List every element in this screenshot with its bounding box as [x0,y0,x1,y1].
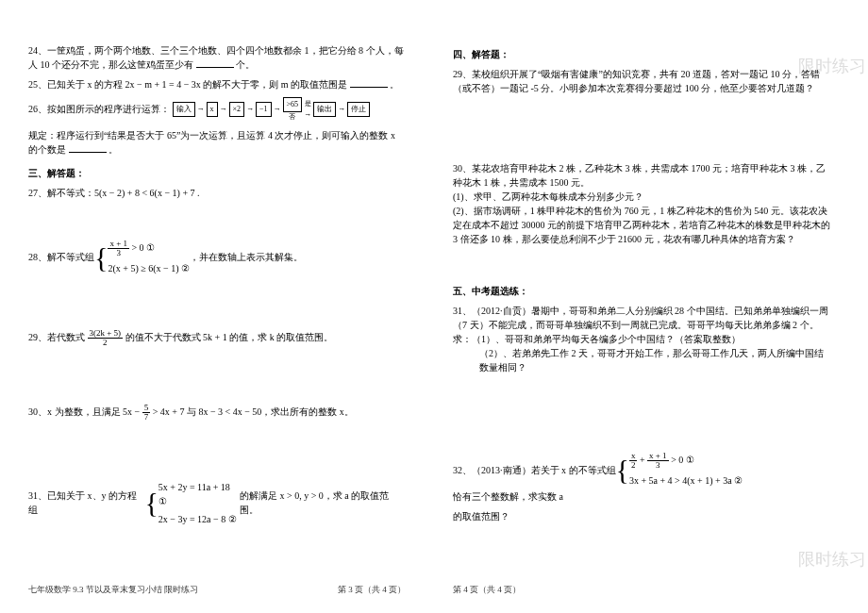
arrow-icon: → [246,104,254,115]
sys32-row1-rest: > 0 ① [671,455,694,465]
frac-32b: x + 1 3 [647,452,669,470]
q25-end: 。 [390,79,399,90]
frac-den: 2 [101,339,109,347]
q25-blank [350,77,388,88]
question-29: 29、若代数式 3(2k + 5) 2 的值不大于代数式 5k + 1 的值，求… [28,329,406,347]
q30r-b: (1)、求甲、乙两种花木每株成本分别多少元？ [453,190,830,204]
section-5-title: 五、中考题选练： [453,284,830,298]
q31r-a: 31、（2012·自贡）暑期中，哥哥和弟弟二人分别编织 28 个中国结。已知弟弟… [453,304,830,332]
frac-32a: x 2 [629,452,638,470]
flow-mul: ×2 [229,102,245,117]
sys31-row1: 5x + 2y = 11a + 18 ① [159,480,240,508]
flowchart: 输入 → x → ×2 → −1 → >65 否 是 → 输出 → 停止 [173,97,371,123]
frac-28-1: x + 1 3 [108,240,129,257]
question-32: 32、（2013·南通）若关于 x 的不等式组 { x 2 + x + 1 3 … [453,450,830,504]
flow-output: 输出 [313,102,336,117]
q30-text-a: 30、x 为整数，且满足 5x − [28,406,140,416]
question-30: 30、x 为整数，且满足 5x − 5 7 > 4x + 7 与 8x − 3 … [28,404,406,422]
frac-den: 2 [629,461,638,470]
section-3-title: 三、解答题： [28,166,406,180]
q32-text-b: 恰有三个整数解，求实数 a [453,489,563,504]
frac-29: 3(2k + 5) 2 [88,329,124,347]
question-29r: 29、某校组织开展了“吸烟有害健康”的知识竞赛，共有 20 道题，答对一题记 1… [453,67,830,95]
sys28-row2: 2(x + 5) ≥ 6(x − 1) ② [108,261,190,275]
q28-text-b: ，并在数轴上表示其解集。 [190,250,303,264]
sys31-row2: 2x − 3y = 12a − 8 ② [159,512,240,526]
frac-30: 5 7 [142,404,151,422]
flow-no: 否 [289,112,295,123]
q25-text: 25、已知关于 x 的方程 2x − m + 1 = 4 − 3x 的解不大于零… [28,79,347,90]
q32-text-c: 的取值范围？ [453,509,830,523]
brace-icon: { [616,450,629,489]
question-26b: 规定：程序运行到“结果是否大于 65”为一次运算，且运算 4 次才停止，则可输入… [28,128,406,157]
sys32-row1: x 2 + x + 1 3 > 0 ① [629,452,743,470]
flow-sub: −1 [256,102,272,117]
frac-num: 3(2k + 5) [88,329,124,339]
frac-num: 5 [142,404,151,413]
section-4-title: 四、解答题： [453,47,830,61]
sys28-row1: x + 1 3 > 0 ① [108,240,190,257]
system-28: { x + 1 3 > 0 ① 2(x + 5) ≥ 6(x − 1) ② [94,238,190,277]
q24-blank [196,58,234,68]
flow-input: 输入 [173,102,195,117]
frac-den: 3 [654,461,662,470]
arrow-icon: → [220,104,227,115]
arrow-icon: → [197,104,205,115]
question-27: 27、解不等式：5(x − 2) + 8 < 6(x − 1) + 7 . [28,186,406,200]
question-24: 24、一筐鸡蛋，两个两个地数、三个三个地数、四个四个地数都余 1，把它分给 8 … [28,43,406,72]
plus: + [640,455,645,465]
frac-den: 7 [142,413,151,422]
flow-yes: 是 [305,99,311,109]
q29-text-a: 29、若代数式 [28,331,85,341]
flow-compare: >65 [283,97,303,112]
q24-unit: 个。 [236,59,255,70]
q32-text-a: 32、（2013·南通）若关于 x 的不等式组 [453,463,616,477]
q26-text-a: 26、按如图所示的程序进行运算： [28,104,170,114]
page-4: 四、解答题： 29、某校组织开展了“吸烟有害健康”的知识竞赛，共有 20 道题，… [434,0,849,613]
system-32: { x 2 + x + 1 3 > 0 ① 3x + 5a + 4 > 4 [616,450,743,489]
footer-page: 第 4 页（共 4 页） [453,584,521,596]
footer-left-page: 七年级数学 9.3 节以及章末复习小结 限时练习 第 3 页（共 4 页） [28,584,406,596]
arrow-icon: → [304,109,311,121]
q31-text-a: 31、已知关于 x、y 的方程组 [28,489,144,517]
page-3: 24、一筐鸡蛋，两个两个地数、三个三个地数、四个四个地数都余 1，把它分给 8 … [9,0,425,613]
question-26: 26、按如图所示的程序进行运算： 输入 → x → ×2 → −1 → >65 … [28,97,406,123]
q31r-c: （2）、若弟弟先工作 2 天，哥哥才开始工作，那么哥哥工作几天，两人所编中国结数… [453,346,830,374]
question-31r: 31、（2012·自贡）暑期中，哥哥和弟弟二人分别编织 28 个中国结。已知弟弟… [453,304,830,374]
arrow-icon: → [338,104,345,115]
q28-text-a: 28、解不等式组 [28,250,94,264]
q29-text-b: 的值不大于代数式 5k + 1 的值，求 k 的取值范围。 [125,331,334,341]
q31-text-b: 的解满足 x > 0, y > 0，求 a 的取值范围。 [240,489,406,517]
frac-num: x + 1 [108,240,129,249]
system-31: { 5x + 2y = 11a + 18 ① 2x − 3y = 12a − 8… [144,478,240,528]
footer-page: 第 3 页（共 4 页） [338,584,406,596]
footer-right-page: 第 4 页（共 4 页） [453,584,830,596]
sys32-row2: 3x + 5a + 4 > 4(x + 1) + 3a ② [629,473,743,488]
brace-icon: { [144,478,158,528]
q26-end: 。 [108,144,118,155]
sys28-rest: > 0 ① [131,241,155,252]
brace-icon: { [94,238,108,277]
question-25: 25、已知关于 x 的方程 2x − m + 1 = 4 − 3x 的解不大于零… [28,77,406,91]
q30r-a: 30、某花农培育甲种花木 2 株，乙种花木 3 株，共需成本 1700 元；培育… [453,161,830,190]
q31r-b: 求：（1）、哥哥和弟弟平均每天各编多少个中国结？（答案取整数） [453,332,830,346]
footer-title: 七年级数学 9.3 节以及章末复习小结 限时练习 [28,584,198,596]
arrow-icon: → [274,104,281,115]
q30-text-b: > 4x + 7 与 8x − 3 < 4x − 50，求出所有的整数 x。 [153,406,354,416]
q26-blank [69,142,107,153]
flow-stop: 停止 [347,102,370,117]
frac-den: 3 [114,249,123,257]
question-30r: 30、某花农培育甲种花木 2 株，乙种花木 3 株，共需成本 1700 元；培育… [453,161,830,246]
question-31: 31、已知关于 x、y 的方程组 { 5x + 2y = 11a + 18 ① … [28,478,406,528]
flow-x: x [207,102,218,117]
q30r-c: (2)、据市场调研，1 株甲种花木的售价为 760 元，1 株乙种花木的售价为 … [453,204,830,246]
question-28: 28、解不等式组 { x + 1 3 > 0 ① 2(x + 5) ≥ 6(x … [28,238,406,277]
